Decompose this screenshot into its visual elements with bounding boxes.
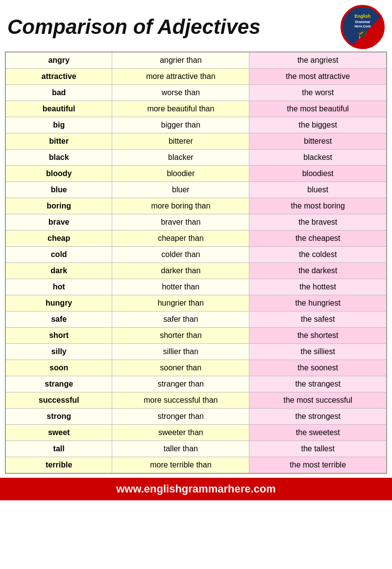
adjective-comparative: hotter than — [112, 279, 249, 295]
adjective-comparative: shorter than — [112, 328, 249, 344]
adjective-base: terrible — [5, 457, 112, 474]
adjective-superlative: the safest — [249, 311, 387, 328]
adjective-superlative: the angriest — [249, 52, 387, 69]
adjective-base: attractive — [5, 69, 112, 85]
adjective-comparative: more beautiful than — [112, 101, 249, 117]
table-row: darkdarker thanthe darkest — [5, 263, 387, 279]
adjective-superlative: the worst — [249, 85, 387, 101]
adjective-base: successful — [5, 392, 112, 409]
adjective-base: sweet — [5, 425, 112, 441]
adjective-superlative: the soonest — [249, 360, 387, 376]
table-row: badworse thanthe worst — [5, 85, 387, 101]
adjective-base: boring — [5, 198, 112, 214]
table-row: talltaller thanthe tallest — [5, 441, 387, 457]
table-row: successfulmore successful thanthe most s… — [5, 392, 387, 409]
adjective-base: cold — [5, 247, 112, 263]
adjective-superlative: the most beautiful — [249, 101, 387, 117]
adjective-base: safe — [5, 311, 112, 328]
adjective-comparative: more boring than — [112, 198, 249, 214]
page-title: Comparison of Adjectives — [7, 15, 261, 39]
adjective-superlative: the cheapest — [249, 231, 387, 247]
table-row: bloodybloodierbloodiest — [5, 166, 387, 182]
adjective-comparative: more attractive than — [112, 69, 249, 85]
adjective-superlative: the most attractive — [249, 69, 387, 85]
adjective-comparative: sillier than — [112, 344, 249, 360]
table-row: hungryhungrier thanthe hungriest — [5, 295, 387, 311]
adjective-base: strange — [5, 376, 112, 392]
table-row: strangestranger thanthe strangest — [5, 376, 387, 392]
table-row: bluebluerbluest — [5, 182, 387, 198]
adjective-comparative: colder than — [112, 247, 249, 263]
logo-text: English Grammar Here.Com 🎓 — [352, 11, 373, 42]
adjective-base: beautiful — [5, 101, 112, 117]
adjective-superlative: the hottest — [249, 279, 387, 295]
adjective-comparative: taller than — [112, 441, 249, 457]
adjective-superlative: the hungriest — [249, 295, 387, 311]
adjective-comparative: worse than — [112, 85, 249, 101]
adjective-superlative: the strongest — [249, 409, 387, 425]
page-header: Comparison of Adjectives English Grammar… — [0, 0, 392, 52]
adjective-comparative: bloodier — [112, 166, 249, 182]
adjective-superlative: the tallest — [249, 441, 387, 457]
footer: www.englishgrammarhere.com — [0, 478, 392, 500]
table-row: boringmore boring thanthe most boring — [5, 198, 387, 214]
adjective-comparative: angrier than — [112, 52, 249, 69]
table-row: bravebraver thanthe bravest — [5, 214, 387, 231]
table-row: sillysillier thanthe silliest — [5, 344, 387, 360]
adjective-comparative: darker than — [112, 263, 249, 279]
table-row: blackblackerblackest — [5, 150, 387, 166]
adjective-base: dark — [5, 263, 112, 279]
table-row: safesafer thanthe safest — [5, 311, 387, 328]
adjective-superlative: the sweetest — [249, 425, 387, 441]
adjective-superlative: blackest — [249, 150, 387, 166]
adjective-superlative: the most terrible — [249, 457, 387, 474]
adjective-comparative: stronger than — [112, 409, 249, 425]
adjective-comparative: sweeter than — [112, 425, 249, 441]
table-row: coldcolder thanthe coldest — [5, 247, 387, 263]
adjective-comparative: safer than — [112, 311, 249, 328]
adjective-comparative: cheaper than — [112, 231, 249, 247]
table-row: beautifulmore beautiful thanthe most bea… — [5, 101, 387, 117]
table-row: bigbigger thanthe biggest — [5, 117, 387, 133]
adjective-base: short — [5, 328, 112, 344]
table-row: attractivemore attractive thanthe most a… — [5, 69, 387, 85]
adjective-superlative: the darkest — [249, 263, 387, 279]
adjective-comparative: bitterer — [112, 133, 249, 150]
adjective-superlative: bluest — [249, 182, 387, 198]
adjective-comparative: braver than — [112, 214, 249, 231]
adjective-superlative: the strangest — [249, 376, 387, 392]
adjective-superlative: the bravest — [249, 214, 387, 231]
adjective-base: bad — [5, 85, 112, 101]
adjective-base: tall — [5, 441, 112, 457]
adjective-superlative: the coldest — [249, 247, 387, 263]
adjective-comparative: more terrible than — [112, 457, 249, 474]
adjective-base: silly — [5, 344, 112, 360]
table-row: hothotter thanthe hottest — [5, 279, 387, 295]
adjective-comparative: bluer — [112, 182, 249, 198]
adjective-base: black — [5, 150, 112, 166]
adjective-base: blue — [5, 182, 112, 198]
adjective-comparative: more successful than — [112, 392, 249, 409]
adjective-base: cheap — [5, 231, 112, 247]
adjective-comparative: bigger than — [112, 117, 249, 133]
table-row: terriblemore terrible thanthe most terri… — [5, 457, 387, 474]
table-row: angryangrier thanthe angriest — [5, 52, 387, 69]
adjective-superlative: bitterest — [249, 133, 387, 150]
adjective-superlative: bloodiest — [249, 166, 387, 182]
adjective-comparative: stranger than — [112, 376, 249, 392]
adjective-base: bitter — [5, 133, 112, 150]
adjective-base: strong — [5, 409, 112, 425]
adjective-superlative: the silliest — [249, 344, 387, 360]
table-container: angryangrier thanthe angriestattractivem… — [0, 52, 392, 474]
adjective-superlative: the most successful — [249, 392, 387, 409]
footer-url: www.englishgrammarhere.com — [116, 483, 276, 495]
adjective-base: bloody — [5, 166, 112, 182]
table-row: cheapcheaper thanthe cheapest — [5, 231, 387, 247]
adjective-base: soon — [5, 360, 112, 376]
adjective-base: big — [5, 117, 112, 133]
adjective-superlative: the shortest — [249, 328, 387, 344]
adjective-superlative: the most boring — [249, 198, 387, 214]
adjective-base: hot — [5, 279, 112, 295]
table-row: shortshorter thanthe shortest — [5, 328, 387, 344]
adjective-comparative: sooner than — [112, 360, 249, 376]
